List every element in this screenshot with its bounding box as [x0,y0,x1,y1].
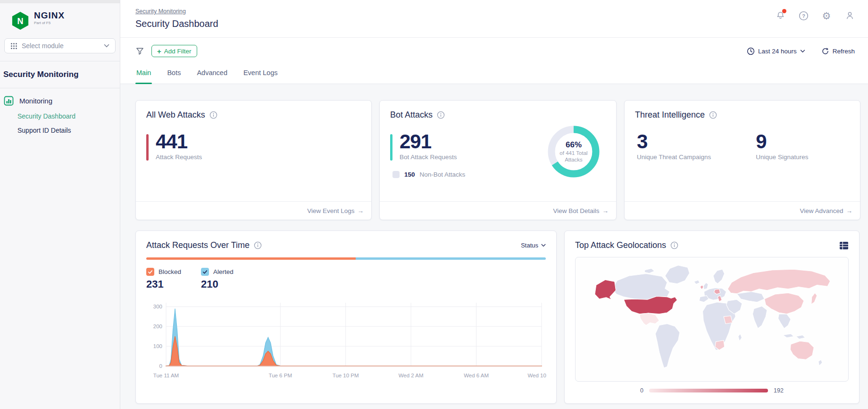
info-icon[interactable] [254,241,262,249]
sidebar-item-support-id-details[interactable]: Support ID Details [0,120,120,134]
card-attack-requests-over-time: Attack Requests Over Time Status [135,230,557,404]
country-spain [699,296,709,302]
tab-event-logs[interactable]: Event Logs [242,64,279,84]
status-ratio-bar [146,257,546,260]
nginx-hexagon-icon: N [11,11,29,31]
sidebar-group-monitoring[interactable]: Monitoring [0,88,120,106]
dashboard-content: All Web Attacks 441 Attack Requ [120,84,868,409]
sidebar-section-title: Security Monitoring [0,61,120,88]
clock-icon [747,47,755,55]
info-icon[interactable] [209,111,217,119]
x-tick-label: Wed 6 AM [464,373,489,378]
y-tick-label: 0 [159,363,162,369]
refresh-icon [821,47,829,55]
bot-attacks-accent-bar [390,134,392,161]
geo-legend-max: 192 [774,387,784,394]
card-title: Threat Intelligence [635,110,705,120]
attack-requests-label: Attack Requests [156,153,202,161]
page-title: Security Dashboard [135,18,856,29]
arrow-right-icon: → [846,207,853,214]
country-south-america [655,324,680,368]
country-madagascar [738,334,742,341]
card-all-web-attacks: All Web Attacks 441 Attack Requ [135,100,372,220]
add-filter-button[interactable]: + Add Filter [151,45,197,57]
sidebar: N NGINX Part of F5 Select module Securit… [0,0,120,409]
country-india [752,306,767,328]
refresh-button[interactable]: Refresh [821,47,855,55]
threat-campaigns-metric: 3 Unique Threat Campaigns [637,131,711,161]
brand-subtitle: Part of F5 [34,21,65,25]
blocked-area [166,336,542,366]
blocked-ratio-segment [146,257,356,260]
card-title: Attack Requests Over Time [146,240,250,250]
blocked-count: 231 [146,278,181,290]
window-top-strip [0,0,120,3]
world-map[interactable] [576,257,848,381]
country-japan [811,293,817,304]
module-select-placeholder: Select module [22,42,100,50]
x-tick-label: Tue 10 PM [333,373,359,378]
attack-requests-value: 441 [156,131,202,152]
card-title: Top Attack Geolocations [575,240,666,250]
x-tick-label: Wed 10 AM [527,373,546,378]
card-bot-attacks: Bot Attacks 291 Bot Attack Requ [379,100,617,220]
filter-funnel-icon[interactable] [135,47,144,55]
card-title: Bot Attacks [390,110,433,120]
card-threat-intelligence: Threat Intelligence 3 Unique Threat Camp… [624,100,860,220]
dashboard-tabs: Main Bots Advanced Event Logs [120,64,868,84]
check-icon [148,270,153,274]
view-event-logs-link[interactable]: View Event Logs → [307,207,364,214]
bot-attacks-value: 291 [400,131,457,152]
settings-gear-icon[interactable]: ⚙ [821,10,832,21]
chevron-down-icon [104,44,109,48]
y-tick-label: 200 [153,324,162,329]
time-range-dropdown[interactable]: Last 24 hours [747,47,805,55]
country-arctic-island [644,268,654,273]
tab-bots[interactable]: Bots [166,64,182,84]
alerted-checkbox[interactable] [201,268,209,276]
brand-name: NGINX [34,11,65,20]
status-dropdown[interactable]: Status [521,242,546,249]
app-window: N NGINX Part of F5 Select module Securit… [0,0,868,409]
filter-toolbar: + Add Filter Last 24 hours [120,38,868,64]
breadcrumb[interactable]: Security Monitoring [135,8,186,15]
alerted-ratio-segment [356,257,546,260]
table-view-icon[interactable] [839,241,849,250]
help-icon[interactable]: ? [798,10,809,21]
view-bot-details-link[interactable]: View Bot Details → [553,207,609,214]
card-top-attack-geolocations: Top Attack Geolocations [564,230,860,404]
world-map-container [575,257,849,382]
alerted-area [166,309,542,366]
chevron-down-icon [800,50,805,53]
alerted-count: 210 [201,278,234,290]
info-icon[interactable] [709,111,717,119]
nginx-logo-letter: N [17,17,23,26]
country-indonesia-east [796,335,805,339]
notification-dot [782,9,786,13]
non-bot-swatch [392,171,400,178]
notifications-bell-icon[interactable] [775,10,785,21]
tab-advanced[interactable]: Advanced [196,64,228,84]
monitoring-icon [4,96,14,106]
region-se-asia [778,314,791,329]
tab-main[interactable]: Main [135,64,152,84]
user-profile-icon[interactable] [844,10,855,21]
check-icon [202,270,208,274]
module-select[interactable]: Select module [4,38,116,53]
view-advanced-link[interactable]: View Advanced → [800,207,852,214]
geo-legend-min: 0 [640,387,643,394]
sidebar-item-security-dashboard[interactable]: Security Dashboard [0,106,120,120]
sidebar-group-label: Monitoring [19,97,52,105]
country-sudan [724,316,732,324]
country-canada [612,274,670,300]
info-icon[interactable] [670,241,678,249]
country-usa [624,297,677,314]
country-australia [790,341,814,359]
info-icon[interactable] [437,111,445,119]
non-bot-value: 150 [404,171,415,178]
blocked-checkbox[interactable] [146,268,154,276]
attack-requests-accent-bar [146,134,149,161]
country-usa-alaska [595,280,616,299]
country-russia [727,269,830,294]
chevron-down-icon [541,244,546,247]
